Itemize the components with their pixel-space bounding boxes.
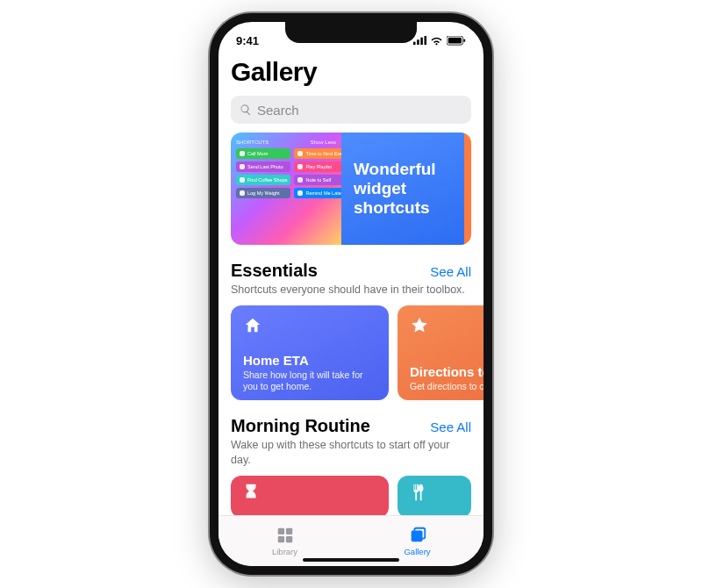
svg-rect-3 [425, 36, 427, 45]
card-title: Directions to Event [410, 364, 484, 379]
morning-routine-cards[interactable] [231, 476, 471, 515]
hero-widget-preview: SHORTCUTS Show Less Call Mom Send Last P… [231, 133, 341, 245]
section-essentials: Essentials See All Shortcuts everyone sh… [231, 261, 471, 400]
hero-preview-header-right: Show Less [311, 140, 336, 145]
svg-rect-11 [411, 531, 422, 542]
star-icon [410, 316, 429, 335]
svg-rect-7 [277, 528, 283, 534]
status-time: 9:41 [236, 34, 259, 47]
svg-rect-10 [285, 536, 291, 542]
search-placeholder: Search [257, 103, 299, 118]
status-indicators [413, 36, 466, 46]
card-desc: Share how long it will take for you to g… [243, 369, 376, 391]
card-morning-2[interactable] [398, 476, 471, 515]
svg-rect-5 [448, 37, 462, 43]
grid-icon [276, 526, 295, 545]
home-icon [243, 316, 262, 335]
hero-banner[interactable]: SHORTCUTS Show Less Call Mom Send Last P… [231, 133, 471, 245]
screen: Gallery Search SHORTCUTS Show Less Call … [218, 52, 484, 566]
svg-rect-8 [285, 528, 291, 534]
cards-icon [408, 526, 427, 545]
svg-rect-0 [413, 42, 416, 45]
hero-title: Wonderful widget shortcuts [354, 160, 452, 218]
search-icon [240, 104, 252, 116]
see-all-link[interactable]: See All [430, 419, 471, 434]
card-title: Home ETA [243, 353, 376, 368]
svg-rect-6 [463, 39, 465, 41]
svg-rect-2 [420, 38, 423, 45]
card-morning-1[interactable] [231, 476, 389, 515]
scroll-area[interactable]: Gallery Search SHORTCUTS Show Less Call … [218, 52, 484, 515]
widget-chip: Send Last Photo [236, 161, 290, 172]
card-desc: Get directions to calendar event. [410, 381, 484, 392]
home-indicator[interactable] [303, 558, 399, 562]
section-subtitle: Shortcuts everyone should have in their … [231, 283, 471, 297]
utensils-icon [408, 483, 427, 502]
see-all-link[interactable]: See All [430, 264, 471, 279]
essentials-cards[interactable]: Home ETA Share how long it will take for… [231, 305, 471, 400]
section-subtitle: Wake up with these shortcuts to start of… [231, 438, 471, 467]
section-title: Morning Routine [231, 416, 370, 436]
card-directions-event[interactable]: Directions to Event Get directions to ca… [398, 305, 484, 400]
hourglass-icon [241, 483, 261, 502]
device-notch [285, 22, 417, 43]
hero-next-peek[interactable] [464, 133, 471, 245]
tab-label: Gallery [404, 547, 430, 556]
hero-title-panel: Wonderful widget shortcuts [341, 133, 464, 245]
wifi-icon [430, 36, 443, 46]
widget-chip: Log My Weight [236, 188, 290, 198]
page-title: Gallery [231, 57, 471, 87]
widget-chip: Call Mom [236, 148, 290, 159]
section-title: Essentials [231, 261, 318, 281]
phone-frame: 9:41 Gallery Search SHO [210, 13, 492, 575]
hero-preview-header: SHORTCUTS [236, 140, 269, 145]
battery-icon [447, 36, 466, 46]
svg-rect-1 [417, 39, 419, 45]
svg-rect-9 [277, 536, 283, 542]
widget-chip: Find Coffee Shops [236, 175, 290, 185]
section-morning-routine: Morning Routine See All Wake up with the… [231, 416, 471, 515]
search-input[interactable]: Search [231, 96, 471, 124]
cellular-icon [413, 36, 426, 45]
card-home-eta[interactable]: Home ETA Share how long it will take for… [231, 305, 389, 400]
tab-label: Library [272, 547, 297, 556]
